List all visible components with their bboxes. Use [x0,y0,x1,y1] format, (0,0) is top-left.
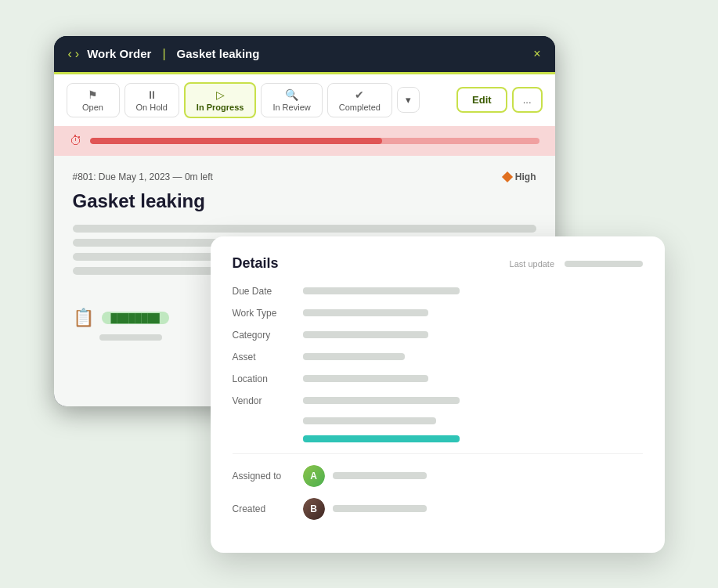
open-icon: ⚑ [88,88,98,101]
location-label: Location [233,373,303,384]
last-update-label: Last update [510,259,555,269]
vendor-value [303,397,460,404]
creator-avatar: B [303,498,325,520]
progress-bar-fill [90,138,382,144]
progress-section: ⏱ [54,126,555,156]
tab-completed[interactable]: ✔ Completed [327,83,392,117]
back-arrow[interactable]: ‹ [68,48,72,60]
completed-icon: ✔ [355,88,364,101]
tag-label: ████████ [102,312,169,324]
work-order-title: Gasket leaking [73,190,536,212]
detail-row-work-type: Work Type [233,308,643,319]
work-order-id-due: #801: Due May 1, 2023 — 0m left [73,171,213,182]
created-label: Created [233,503,303,514]
tab-completed-label: Completed [339,103,381,112]
progress-bar-background [90,138,539,144]
detail-row-assigned-to: Assigned to A [233,465,643,487]
green-progress-bar [303,435,460,442]
tab-in-review-label: In Review [272,103,310,112]
creator-avatar-circle: B [303,498,325,520]
divider [233,453,643,454]
detail-row-due-date: Due Date [233,286,643,297]
asset-value [303,353,405,360]
due-date-value [303,287,460,294]
header-breadcrumb-work-order: Work Order [87,47,151,60]
more-options-button[interactable]: ... [512,87,543,113]
nav-arrows: ‹ › [68,48,80,60]
work-order-meta: #801: Due May 1, 2023 — 0m left High [73,171,536,182]
detail-row-asset: Asset [233,352,643,363]
last-update-value-bar [565,261,643,267]
details-panel: Details Last update Due Date Work Type C… [211,236,665,553]
in-review-icon: 🔍 [285,88,298,101]
due-date-label: Due Date [233,286,303,297]
vendor-label: Vendor [233,395,303,406]
work-type-value [303,309,428,316]
tab-open[interactable]: ⚑ Open [67,83,120,117]
tab-open-label: Open [82,103,103,112]
close-button[interactable]: × [533,47,540,61]
edit-button[interactable]: Edit [456,87,507,113]
details-header: Details Last update [233,255,643,272]
assigned-to-label: Assigned to [233,471,303,482]
on-hold-icon: ⏸ [146,88,157,101]
location-value [303,375,428,382]
last-update-section: Last update [510,256,643,270]
green-progress-row [303,435,643,442]
assignee-avatar: A [303,465,325,487]
assignee-avatar-circle: A [303,465,325,487]
in-progress-icon: ▷ [216,88,225,101]
vendor-extra-row [303,417,643,424]
detail-row-vendor: Vendor [233,395,643,406]
forward-arrow[interactable]: › [75,48,79,60]
category-value [303,331,428,338]
detail-row-category: Category [233,330,643,341]
priority-badge: High [503,171,536,182]
creator-name-bar [333,505,427,512]
header-subtitle: Gasket leaking [177,47,260,60]
header-separator: | [162,47,165,61]
tab-on-hold[interactable]: ⏸ On Hold [124,83,179,117]
tab-in-progress-label: In Progress [197,103,244,112]
tab-in-review[interactable]: 🔍 In Review [261,83,322,117]
priority-diamond-icon [502,171,513,182]
priority-label: High [515,171,536,182]
detail-row-created: Created B [233,498,643,520]
asset-label: Asset [233,352,303,363]
detail-row-location: Location [233,373,643,384]
work-order-header: ‹ › Work Order | Gasket leaking × [54,36,555,74]
timer-icon: ⏱ [70,134,82,148]
details-title: Details [233,255,279,272]
footer-sub-line [99,334,162,341]
description-line-1 [73,225,536,233]
vendor-extra-bar [303,417,436,424]
status-tab-bar: ⚑ Open ⏸ On Hold ▷ In Progress 🔍 In Revi… [54,74,555,126]
tab-in-progress[interactable]: ▷ In Progress [184,82,257,118]
attachment-icon: 📋 [73,308,94,328]
tab-on-hold-label: On Hold [136,103,168,112]
work-type-label: Work Type [233,308,303,319]
assignee-name-bar [333,472,427,479]
category-label: Category [233,330,303,341]
status-dropdown-button[interactable]: ▾ [397,87,420,113]
